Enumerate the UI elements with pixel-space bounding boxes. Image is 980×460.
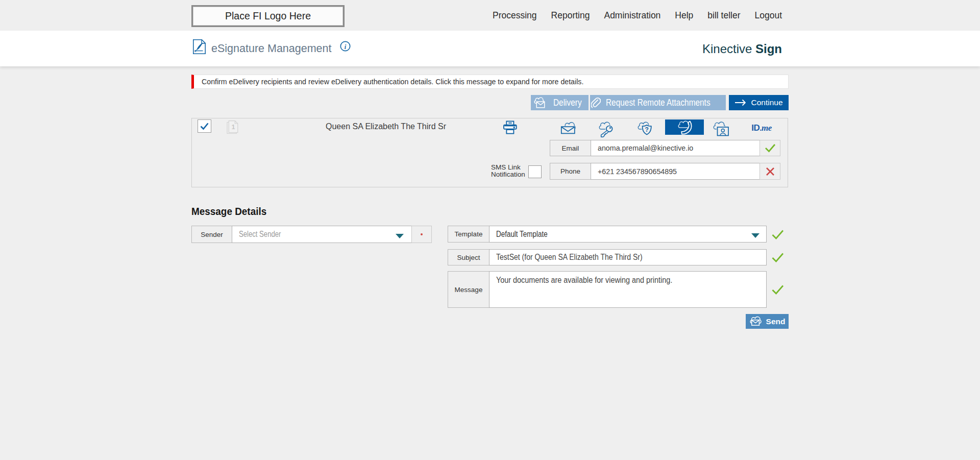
svg-text:1: 1 xyxy=(232,124,235,131)
svg-text:i: i xyxy=(345,43,347,51)
svg-text:x: x xyxy=(194,49,197,53)
svg-text:?: ? xyxy=(645,126,649,133)
